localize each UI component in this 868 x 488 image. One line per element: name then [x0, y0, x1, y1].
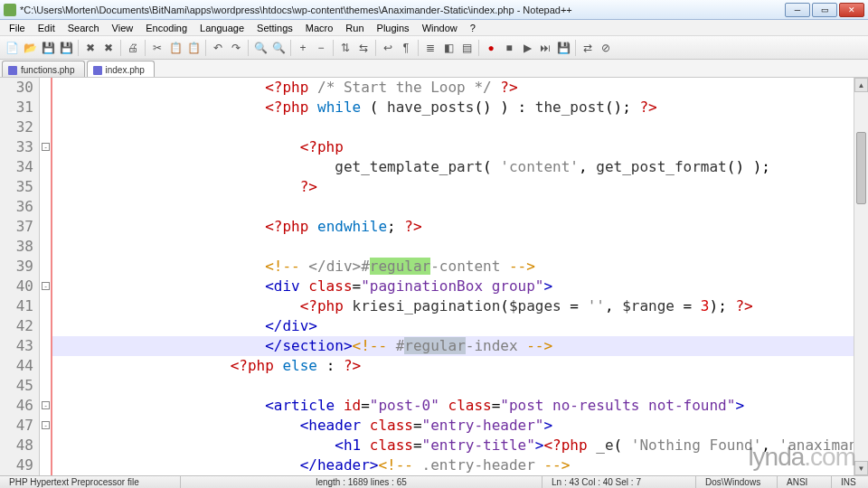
close-file-icon[interactable]: ✖ — [82, 40, 99, 56]
status-eol: Dos\Windows — [696, 476, 778, 488]
code-line[interactable]: <?php /* Start the Loop */ ?> — [52, 78, 854, 98]
wordwrap-icon[interactable]: ↩ — [380, 40, 396, 56]
save-all-icon[interactable]: 💾 — [58, 40, 74, 56]
separator — [478, 40, 479, 56]
menu-view[interactable]: View — [107, 21, 139, 35]
save-icon[interactable]: 💾 — [40, 40, 56, 56]
fold-toggle[interactable]: - — [42, 282, 50, 290]
code-line[interactable] — [52, 117, 854, 137]
menu-settings[interactable]: Settings — [251, 21, 298, 35]
statusbar: PHP Hypertext Preprocessor file length :… — [0, 475, 868, 488]
find-icon[interactable]: 🔍 — [252, 40, 269, 56]
code-line[interactable] — [52, 197, 854, 217]
tab-functions-php[interactable]: functions.php — [2, 61, 85, 77]
tab-index-php[interactable]: index.php — [87, 61, 155, 77]
code-line[interactable] — [52, 376, 854, 396]
status-ins: INS — [832, 476, 868, 488]
stop-icon[interactable]: ■ — [501, 40, 517, 56]
fold-toggle[interactable]: - — [42, 421, 50, 429]
print-icon[interactable]: 🖨 — [125, 40, 141, 56]
menu-file[interactable]: File — [4, 21, 31, 35]
show-all-chars-icon[interactable]: ¶ — [398, 40, 414, 56]
separator — [120, 40, 121, 56]
code-line[interactable]: get_template_part( 'content', get_post_f… — [52, 157, 854, 177]
new-file-icon[interactable]: 📄 — [4, 40, 20, 56]
close-button[interactable]: ✕ — [839, 3, 864, 17]
save-macro-icon[interactable]: 💾 — [555, 40, 571, 56]
separator — [248, 40, 249, 56]
code-line[interactable]: <?php endwhile; ?> — [52, 217, 854, 237]
fold-toggle[interactable]: - — [42, 401, 50, 409]
fold-toggle[interactable]: - — [42, 143, 50, 151]
play-icon[interactable]: ▶ — [519, 40, 535, 56]
zoom-in-icon[interactable]: + — [295, 40, 311, 56]
paste-icon[interactable]: 📋 — [185, 40, 202, 56]
separator — [205, 40, 206, 56]
scroll-thumb[interactable] — [856, 132, 866, 204]
user-lang-icon[interactable]: ◧ — [440, 40, 457, 56]
editor: 3031323334353637383940414243444546474849… — [0, 78, 868, 475]
menu-language[interactable]: Language — [194, 21, 250, 35]
app-icon — [4, 4, 16, 16]
separator — [145, 40, 146, 56]
menu-window[interactable]: Window — [417, 21, 463, 35]
line-gutter: 3031323334353637383940414243444546474849 — [0, 78, 40, 475]
cut-icon[interactable]: ✂ — [149, 40, 165, 56]
close-all-icon[interactable]: ✖ — [100, 40, 117, 56]
code-line[interactable]: <?php while ( have_posts() ) : the_post(… — [52, 98, 854, 117]
menu-plugins[interactable]: Plugins — [372, 21, 415, 35]
code-area[interactable]: <?php /* Start the Loop */ ?> <?php whil… — [52, 78, 854, 475]
code-line[interactable]: </header><!-- .entry-header --> — [52, 455, 854, 475]
tab-label: index.php — [106, 65, 145, 75]
menu-macro[interactable]: Macro — [300, 21, 339, 35]
status-lang: PHP Hypertext Preprocessor file — [0, 476, 181, 488]
menu-encoding[interactable]: Encoding — [140, 21, 193, 35]
fold-column: ---- — [40, 78, 52, 475]
code-line[interactable] — [52, 237, 854, 257]
separator — [418, 40, 419, 56]
code-line[interactable]: <?php else : ?> — [52, 356, 854, 376]
code-line[interactable]: <article id="post-0" class="post no-resu… — [52, 396, 854, 416]
code-line[interactable]: ?> — [52, 177, 854, 197]
scroll-down-icon[interactable]: ▼ — [854, 461, 868, 475]
code-line[interactable]: <?php — [52, 137, 854, 157]
doc-map-icon[interactable]: ▤ — [458, 40, 475, 56]
sync-v-icon[interactable]: ⇅ — [337, 40, 354, 56]
menu-?[interactable]: ? — [465, 21, 481, 35]
indent-guide-icon[interactable]: ≣ — [422, 40, 439, 56]
php-file-icon — [93, 66, 102, 75]
zoom-out-icon[interactable]: − — [313, 40, 329, 56]
copy-icon[interactable]: 📋 — [167, 40, 184, 56]
titlebar: *C:\Users\Morten\Documents\BitNami\apps\… — [0, 0, 868, 20]
code-line[interactable]: </section><!-- #regular-index --> — [52, 336, 854, 356]
status-pos: Ln : 43 Col : 40 Sel : 7 — [542, 476, 696, 488]
menu-search[interactable]: Search — [62, 21, 105, 35]
tab-label: functions.php — [21, 65, 75, 75]
code-line[interactable]: </div> — [52, 316, 854, 336]
code-line[interactable]: <?php kriesi_pagination($pages = '', $ra… — [52, 296, 854, 316]
menu-run[interactable]: Run — [340, 21, 369, 35]
separator — [375, 40, 376, 56]
record-icon[interactable]: ● — [483, 40, 499, 56]
minimize-button[interactable]: ─ — [785, 3, 810, 17]
redo-icon[interactable]: ↷ — [228, 40, 244, 56]
maximize-button[interactable]: ▭ — [812, 3, 837, 17]
scroll-up-icon[interactable]: ▲ — [854, 78, 868, 92]
status-length: length : 1689 lines : 65 — [181, 476, 542, 488]
play-multi-icon[interactable]: ⏭ — [537, 40, 553, 56]
compare-icon[interactable]: ⇄ — [580, 40, 596, 56]
code-line[interactable]: <!-- </div>#regular-content --> — [52, 257, 854, 277]
separator — [290, 40, 291, 56]
window-title: *C:\Users\Morten\Documents\BitNami\apps\… — [20, 5, 785, 15]
undo-icon[interactable]: ↶ — [210, 40, 226, 56]
code-line[interactable]: <h1 class="entry-title"><?php _e( 'Nothi… — [52, 436, 854, 455]
separator — [575, 40, 576, 56]
menu-edit[interactable]: Edit — [33, 21, 61, 35]
replace-icon[interactable]: 🔍 — [270, 40, 287, 56]
code-line[interactable]: <header class="entry-header"> — [52, 416, 854, 436]
compare-clear-icon[interactable]: ⊘ — [598, 40, 614, 56]
sync-h-icon[interactable]: ⇆ — [355, 40, 372, 56]
vertical-scrollbar[interactable]: ▲ ▼ — [854, 78, 868, 475]
open-file-icon[interactable]: 📂 — [22, 40, 38, 56]
code-line[interactable]: <div class="paginationBox group"> — [52, 277, 854, 296]
